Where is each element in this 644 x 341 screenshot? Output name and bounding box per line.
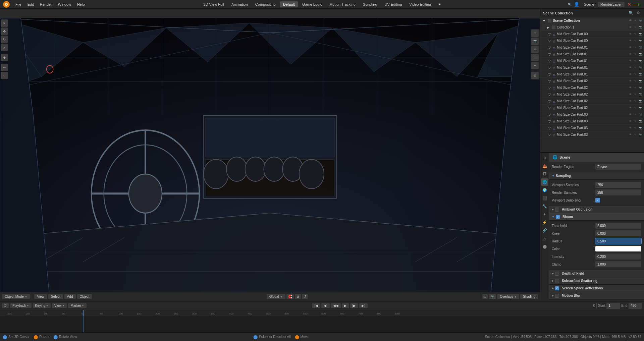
props-icon-modifier[interactable]: 🔧: [541, 203, 548, 210]
sampling-section-header[interactable]: ▼ Sampling: [549, 172, 644, 180]
viewport-material-btn[interactable]: ⬛: [531, 54, 539, 61]
ssr-checkbox[interactable]: ✓: [555, 286, 559, 290]
motion-blur-checkbox[interactable]: [555, 294, 559, 298]
outliner-scene-collection[interactable]: ▼ ⬛ Scene Collection 👁 ↖ 📷: [540, 17, 644, 24]
min-btn[interactable]: —: [633, 2, 637, 7]
outliner-item-9[interactable]: ▽ △ Mid Size Car Part.02 👁 ↖ 📷: [540, 91, 644, 98]
dof-section-header[interactable]: ▶ Depth of Field: [549, 270, 644, 277]
viewport-light-btn[interactable]: ☀: [531, 46, 539, 53]
outliner-search-btn[interactable]: 🔍: [628, 10, 634, 16]
timeline-type-btn[interactable]: ⏱: [2, 303, 9, 308]
menu-render[interactable]: Render: [37, 2, 55, 7]
outliner-item-6[interactable]: ▽ △ Mid Size Car Part.01 👁 ↖ 📷: [540, 71, 644, 78]
next-keyframe-btn[interactable]: |▶: [350, 303, 359, 308]
outliner-item-12[interactable]: ▽ △ Mid Size Car Part.03 👁 ↖ 📷: [540, 111, 644, 118]
tab-add[interactable]: +: [435, 1, 444, 7]
viewport-denoising-checkbox[interactable]: ✓: [595, 198, 600, 203]
outliner-collection1[interactable]: ▶ ⬛ Collection 1 👁 ↖ 📷: [540, 24, 644, 31]
props-icon-output[interactable]: 📤: [541, 162, 548, 170]
viewport-camera-toggle[interactable]: 📷: [489, 294, 496, 299]
playback-menu[interactable]: Playback ▼: [10, 303, 32, 308]
view-menu[interactable]: View: [34, 294, 47, 299]
menu-help[interactable]: Help: [74, 2, 88, 7]
outliner-item-4[interactable]: ▽ △ Mid Size Car Part.01 👁 ↖ 📷: [540, 58, 644, 64]
select-tool[interactable]: ↖: [1, 19, 8, 27]
tab-scripting[interactable]: Scripting: [360, 1, 381, 7]
sss-section-header[interactable]: ▶ Subsurface Scattering: [549, 277, 644, 285]
motion-blur-section-header[interactable]: ▶ Motion Blur: [549, 292, 644, 299]
dof-checkbox[interactable]: [555, 272, 559, 276]
threshold-field[interactable]: 2.000: [595, 223, 641, 229]
select-btn[interactable]: ↖: [633, 18, 638, 23]
max-btn[interactable]: □: [639, 2, 641, 7]
outliner-item-3[interactable]: ▽ △ Mid Size Car Part.01 👁 ↖ 📷: [540, 51, 644, 58]
prev-keyframe-btn[interactable]: ◀|: [321, 303, 330, 308]
radius-field[interactable]: 6.500: [595, 238, 641, 244]
outliner-item-15[interactable]: ▽ △ Mid Size Car Part.03 👁 ↖ 📷: [540, 131, 644, 138]
clamp-field[interactable]: 1.000: [595, 261, 641, 267]
coll1-select[interactable]: ↖: [633, 25, 638, 30]
snap-toggle[interactable]: 🧲: [286, 294, 294, 299]
outliner-item-10[interactable]: ▽ △ Mid Size Car Part.02 👁 ↖ 📷: [540, 98, 644, 105]
timeline-ruler[interactable]: -200 -150 -100 -50 0 50 100 150 200 250 …: [0, 310, 644, 316]
overlays-toggle[interactable]: Overlays ▼: [497, 294, 519, 299]
jump-end-btn[interactable]: ▶|: [359, 303, 368, 308]
view-menu-tl[interactable]: View ▼: [52, 303, 67, 308]
proportional-edit[interactable]: ⊚: [295, 294, 301, 299]
visibility-btn[interactable]: 👁: [628, 18, 633, 23]
props-icon-scene[interactable]: 🌐: [541, 178, 548, 186]
transform-tool[interactable]: ⊕: [1, 54, 8, 61]
viewport-render-selector[interactable]: □: [482, 294, 488, 299]
props-icon-physics[interactable]: ⚡: [541, 219, 548, 226]
move-tool[interactable]: ✥: [1, 27, 8, 35]
coll1-render[interactable]: 📷: [638, 25, 643, 30]
menu-edit[interactable]: Edit: [25, 2, 37, 7]
start-frame-field[interactable]: 1: [606, 303, 620, 309]
app-logo[interactable]: [3, 1, 10, 8]
viewport-samples-field[interactable]: 256: [595, 182, 641, 188]
knee-field[interactable]: 0.000: [595, 230, 641, 236]
props-icon-view[interactable]: 🎞: [541, 170, 548, 178]
outliner-item-2[interactable]: ▽ △ Mid Size Car Part.01 👁 ↖ 📷: [540, 44, 644, 51]
user-icon[interactable]: 👤: [573, 1, 581, 8]
marker-menu[interactable]: Marker ▼: [68, 303, 86, 308]
tab-animation[interactable]: Animation: [228, 1, 251, 7]
renderlayer-selector[interactable]: RenderLayer: [598, 2, 625, 7]
tab-default[interactable]: Default: [280, 1, 298, 7]
close-btn[interactable]: ✕: [627, 2, 631, 7]
outliner-item-8[interactable]: ▽ △ Mid Size Car Part.02 👁 ↖ 📷: [540, 84, 644, 91]
keying-menu[interactable]: Keying ▼: [33, 303, 51, 308]
ssr-section-header[interactable]: ▶ ✓ Screen Space Reflections: [549, 285, 644, 292]
timeline-playhead[interactable]: [83, 310, 84, 316]
shading-toggle[interactable]: Shading: [520, 294, 538, 299]
menu-file[interactable]: File: [13, 2, 24, 7]
render-btn[interactable]: 📷: [638, 18, 643, 23]
props-icon-render[interactable]: 🖥: [541, 154, 548, 162]
rotate-individually[interactable]: ↺: [302, 294, 308, 299]
rotate-tool[interactable]: ↻: [1, 36, 8, 43]
scale-tool[interactable]: ⤢: [1, 44, 8, 51]
props-icon-data[interactable]: △: [541, 235, 548, 242]
add-menu[interactable]: Add: [64, 294, 76, 299]
viewport-view-btn[interactable]: □: [531, 30, 539, 37]
outliner-item-14[interactable]: ▽ △ Mid Size Car Part.03 👁 ↖ 📷: [540, 125, 644, 131]
render-engine-value[interactable]: Eevee: [595, 164, 641, 170]
ao-section-header[interactable]: ▶ Ambient Occlusion: [549, 206, 644, 213]
object-menu[interactable]: Object: [77, 294, 92, 299]
end-frame-field[interactable]: 480: [629, 303, 642, 309]
bloom-color-swatch[interactable]: [595, 246, 641, 251]
ao-checkbox[interactable]: [555, 208, 559, 212]
play-reverse-btn[interactable]: ◀◀: [331, 303, 341, 308]
bloom-section-header[interactable]: ▼ ✓ Bloom: [549, 213, 644, 221]
intensity-field[interactable]: 0.200: [595, 253, 641, 260]
props-icon-material[interactable]: ⬤: [541, 243, 548, 250]
jump-start-btn[interactable]: |◀: [312, 303, 320, 308]
outliner-item-11[interactable]: ▽ △ Mid Size Car Part.02 👁 ↖ 📷: [540, 105, 644, 111]
item0-rend[interactable]: 📷: [638, 32, 643, 37]
coll1-visibility[interactable]: 👁: [628, 25, 633, 30]
outliner-item-5[interactable]: ▽ △ Mid Size Car Part.01 👁 ↖ 📷: [540, 64, 644, 71]
tab-motiontracking[interactable]: Motion Tracking: [326, 1, 359, 7]
object-mode-selector[interactable]: Object Mode ▼: [2, 294, 30, 299]
viewport-camera-btn[interactable]: 📷: [531, 38, 539, 45]
viewport-xray-btn[interactable]: ◎: [531, 72, 539, 79]
